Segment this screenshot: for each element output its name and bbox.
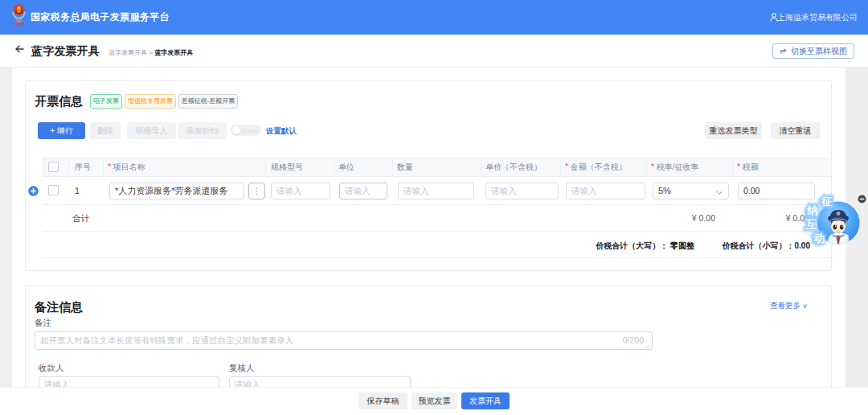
svg-text:征: 征 [821,195,833,208]
svg-text:动: 动 [813,232,825,244]
svg-text:纳: 纳 [806,204,818,216]
svg-text:互: 互 [805,219,817,231]
svg-text:中国税务: 中国税务 [13,22,26,26]
